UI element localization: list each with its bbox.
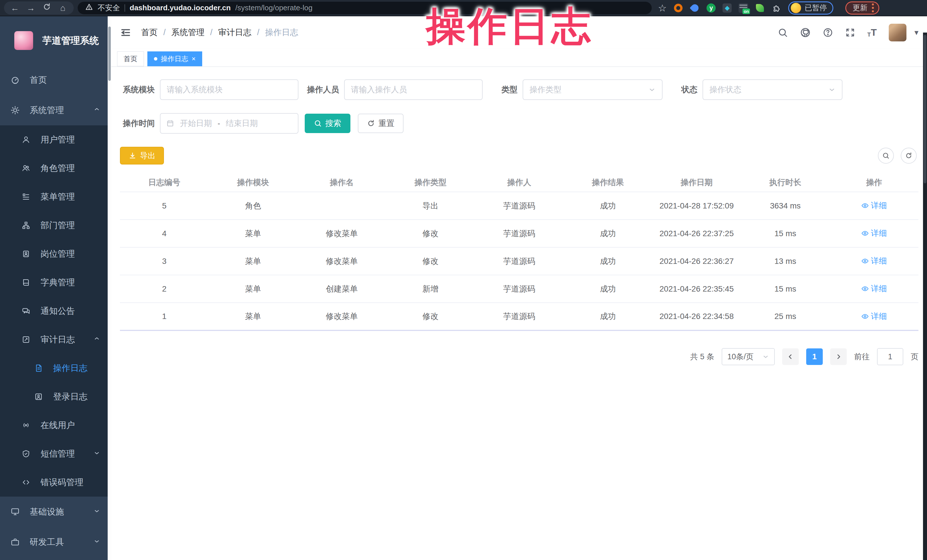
refresh-icon (905, 152, 912, 159)
browser-forward-icon[interactable]: → (23, 3, 39, 13)
sidebar-item-dept-mgmt[interactable]: 部门管理 (0, 211, 111, 240)
sidebar-item-system-mgmt[interactable]: 系统管理 (0, 95, 111, 125)
extension-drop-icon[interactable] (690, 3, 700, 13)
app: 芋道管理系统 首页 系统管理 用户管理 角色管理 (0, 16, 927, 560)
search-icon[interactable] (778, 27, 788, 38)
sidebar-item-dev-tools[interactable]: 研发工具 (0, 527, 111, 557)
show-search-button[interactable] (878, 148, 894, 164)
sidebar-item-audit-log[interactable]: 审计日志 (0, 325, 111, 354)
sidebar-logo-row[interactable]: 芋道管理系统 (0, 16, 111, 65)
briefcase-icon (10, 537, 21, 546)
extension-orange-icon[interactable] (673, 3, 683, 13)
sidebar-item-role-mgmt[interactable]: 角色管理 (0, 154, 111, 182)
fullscreen-icon[interactable] (845, 27, 855, 38)
chevron-right-icon (835, 353, 842, 360)
goto-page-input[interactable] (877, 348, 903, 365)
type-select[interactable]: 操作类型 (523, 79, 663, 100)
reset-button[interactable]: 重置 (358, 114, 404, 133)
status-select[interactable]: 操作状态 (702, 79, 842, 100)
detail-link[interactable]: 详细 (861, 228, 887, 239)
status-label: 状态 (681, 84, 698, 95)
sidebar-item-infrastructure[interactable]: 基础设施 (0, 496, 111, 527)
monitor-icon (10, 507, 21, 516)
avatar-caret-icon[interactable]: ▾ (915, 28, 918, 37)
navbar-right: TT ▾ (778, 24, 918, 41)
user-avatar[interactable] (889, 24, 906, 41)
chevron-left-icon (787, 353, 794, 360)
sidebar-item-notice-mgmt[interactable]: 通知公告 (0, 297, 111, 325)
date-range-picker[interactable]: 开始日期 - 结束日期 (160, 113, 298, 134)
eye-icon (861, 313, 869, 320)
pagination-total: 共 5 条 (690, 352, 714, 362)
filter-row-1: 系统模块 操作人员 类型 操作类型 状态 操作状态 (120, 79, 918, 100)
font-size-icon[interactable]: TT (867, 27, 877, 38)
sidebar-item-operate-log[interactable]: 操作日志 (0, 354, 111, 382)
detail-link[interactable]: 详细 (861, 256, 887, 266)
sidebar-item-label: 首页 (30, 74, 47, 86)
sidebar-scrollbar[interactable] (108, 16, 111, 560)
breadcrumb-audit[interactable]: 审计日志 (218, 27, 251, 38)
table-toolbar: 导出 (120, 147, 918, 164)
module-input[interactable] (160, 79, 298, 100)
table-tools (878, 148, 917, 164)
end-date-placeholder: 结束日期 (226, 118, 258, 129)
sidebar-item-user-mgmt[interactable]: 用户管理 (0, 125, 111, 154)
page-scrollbar[interactable] (923, 33, 927, 560)
help-icon[interactable] (823, 27, 833, 38)
close-tab-icon[interactable]: × (191, 55, 196, 62)
book-icon (21, 278, 31, 287)
export-button[interactable]: 导出 (120, 147, 164, 164)
sidebar-item-menu-mgmt[interactable]: 菜单管理 (0, 182, 111, 211)
breadcrumb-home[interactable]: 首页 (141, 27, 158, 38)
prev-page-button[interactable] (782, 348, 799, 365)
goto-label: 前往 (854, 352, 869, 362)
current-page-button[interactable]: 1 (806, 348, 823, 365)
profile-paused-badge[interactable]: 已暂停 (788, 2, 833, 15)
bookmark-star-icon[interactable]: ☆ (658, 2, 667, 14)
sidebar-item-label: 用户管理 (41, 134, 75, 146)
extension-leaf-icon[interactable] (755, 3, 765, 13)
detail-link[interactable]: 详细 (861, 200, 887, 211)
detail-link[interactable]: 详细 (861, 283, 887, 294)
col-date: 操作日期 (652, 173, 741, 192)
tab-home[interactable]: 首页 (117, 52, 144, 66)
sidebar-item-login-log[interactable]: 登录日志 (0, 382, 111, 411)
edit-square-icon (21, 335, 31, 344)
tab-operate-log[interactable]: 操作日志 × (147, 52, 202, 66)
sidebar-item-online-users[interactable]: 在线用户 (0, 411, 111, 440)
browser-menu-icon[interactable] (872, 3, 874, 12)
sidebar-toggle-icon[interactable] (120, 27, 131, 38)
extension-switch-icon[interactable]: on (739, 3, 748, 13)
sidebar-item-home[interactable]: 首页 (0, 65, 111, 95)
breadcrumb-system[interactable]: 系统管理 (171, 27, 205, 38)
extension-diamond-icon[interactable]: ◆ (722, 3, 732, 12)
browser-home-icon[interactable]: ⌂ (55, 3, 71, 13)
document-icon (33, 364, 44, 372)
sidebar-scrollbar-thumb[interactable] (108, 27, 111, 81)
page-size-select[interactable]: 10条/页 (722, 348, 775, 365)
search-button[interactable]: 搜索 (305, 114, 350, 133)
col-type: 操作类型 (386, 173, 475, 192)
sidebar-item-errcode-mgmt[interactable]: 错误码管理 (0, 468, 111, 496)
browser-update-button[interactable]: 更新 (845, 2, 879, 15)
sidebar-item-post-mgmt[interactable]: 岗位管理 (0, 240, 111, 268)
browser-reload-icon[interactable] (39, 3, 55, 13)
github-icon[interactable] (800, 27, 811, 38)
breadcrumb-current: 操作日志 (265, 27, 298, 38)
browser-nav-group: ← → ⌂ (4, 2, 74, 15)
refresh-table-button[interactable] (901, 148, 917, 164)
sidebar-item-label: 菜单管理 (41, 191, 75, 203)
sidebar-item-sms-mgmt[interactable]: 短信管理 (0, 440, 111, 468)
detail-link[interactable]: 详细 (861, 311, 887, 322)
page-scrollbar-thumb[interactable] (924, 35, 926, 183)
sidebar-item-label: 在线用户 (41, 419, 75, 431)
sidebar-item-label: 字典管理 (41, 277, 75, 288)
extension-green-icon[interactable]: y (707, 3, 716, 12)
next-page-button[interactable] (830, 348, 847, 365)
url-path: /system/log/operate-log (235, 3, 312, 12)
sidebar-item-dict-mgmt[interactable]: 字典管理 (0, 268, 111, 297)
browser-back-icon[interactable]: ← (7, 3, 23, 13)
extensions-puzzle-icon[interactable] (772, 3, 781, 13)
operator-input[interactable] (344, 79, 483, 100)
address-bar[interactable]: 不安全 dashboard.yudao.iocoder.cn /system/l… (78, 2, 652, 14)
